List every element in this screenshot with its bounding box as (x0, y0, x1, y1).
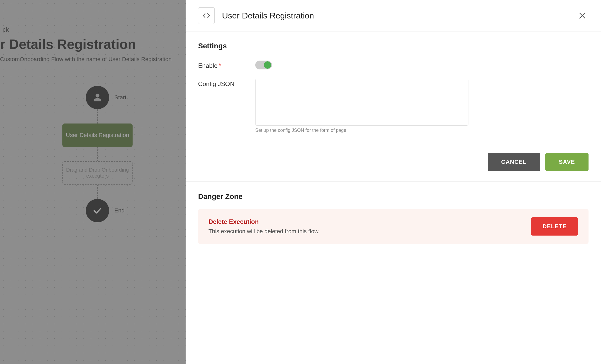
config-json-field-col: Set up the config JSON for the form of p… (255, 79, 468, 133)
save-button[interactable]: SAVE (545, 153, 589, 171)
settings-section: Settings Enable* Config JSON Set up the … (186, 31, 601, 153)
right-panel: User Details Registration Settings Enabl… (186, 0, 601, 364)
panel-icon-button[interactable] (198, 7, 215, 24)
toggle-track (255, 61, 272, 69)
action-buttons: CANCEL SAVE (186, 153, 601, 181)
panel-header: User Details Registration (186, 0, 601, 31)
danger-zone-section: Danger Zone Delete Execution This execut… (186, 182, 601, 254)
enable-label: Enable* (198, 61, 255, 69)
settings-title: Settings (198, 42, 589, 50)
config-json-label: Config JSON (198, 79, 255, 88)
config-json-hint: Set up the config JSON for the form of p… (255, 128, 468, 133)
enable-row: Enable* (198, 61, 589, 69)
canvas-overlay (0, 0, 186, 364)
config-json-row: Config JSON Set up the config JSON for t… (198, 79, 589, 133)
danger-zone-title: Danger Zone (198, 192, 589, 201)
danger-card-info: Delete Execution This execution will be … (208, 218, 320, 235)
cancel-button[interactable]: CANCEL (488, 153, 540, 171)
close-button[interactable] (576, 9, 589, 22)
danger-card: Delete Execution This execution will be … (198, 209, 589, 244)
toggle-thumb (264, 61, 271, 69)
enable-toggle[interactable] (255, 61, 272, 69)
config-json-textarea[interactable] (255, 79, 468, 126)
danger-card-text: This execution will be deleted from this… (208, 228, 320, 235)
delete-button[interactable]: DELETE (531, 217, 578, 236)
panel-title: User Details Registration (222, 11, 576, 21)
danger-card-title: Delete Execution (208, 218, 320, 225)
